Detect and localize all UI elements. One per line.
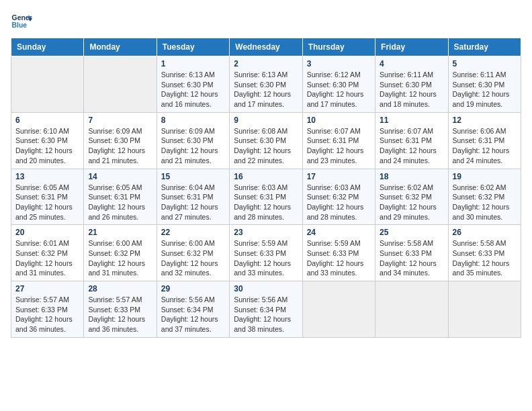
day-number: 10 [307, 116, 371, 125]
day-number: 29 [161, 284, 225, 293]
day-number: 5 [453, 59, 517, 68]
day-number: 9 [234, 116, 298, 125]
weekday-header: Sunday [11, 38, 84, 56]
day-number: 23 [234, 228, 298, 237]
calendar-cell: 10Sunrise: 6:07 AMSunset: 6:31 PMDayligh… [302, 112, 375, 169]
day-number: 14 [88, 172, 152, 181]
day-info: Sunrise: 6:02 AMSunset: 6:32 PMDaylight:… [380, 183, 443, 222]
calendar-cell: 5Sunrise: 6:11 AMSunset: 6:30 PMDaylight… [448, 56, 521, 113]
day-number: 3 [307, 59, 371, 68]
calendar-cell: 8Sunrise: 6:09 AMSunset: 6:30 PMDaylight… [157, 112, 229, 169]
page-header: General Blue [11, 11, 521, 32]
weekday-header: Monday [84, 38, 157, 56]
calendar-cell: 19Sunrise: 6:02 AMSunset: 6:32 PMDayligh… [448, 169, 521, 225]
day-info: Sunrise: 6:03 AMSunset: 6:32 PMDaylight:… [307, 183, 371, 222]
day-number: 2 [234, 59, 298, 68]
calendar-cell: 17Sunrise: 6:03 AMSunset: 6:32 PMDayligh… [302, 169, 375, 225]
day-info: Sunrise: 5:57 AMSunset: 6:33 PMDaylight:… [88, 295, 152, 334]
day-number: 12 [453, 116, 517, 125]
day-info: Sunrise: 6:05 AMSunset: 6:31 PMDaylight:… [15, 183, 79, 222]
calendar-cell [84, 56, 157, 113]
calendar-cell: 30Sunrise: 5:56 AMSunset: 6:34 PMDayligh… [230, 281, 302, 338]
day-number: 4 [380, 59, 443, 68]
calendar-cell: 25Sunrise: 5:58 AMSunset: 6:33 PMDayligh… [375, 225, 448, 281]
day-info: Sunrise: 6:01 AMSunset: 6:32 PMDaylight:… [15, 238, 79, 278]
calendar-week: 20Sunrise: 6:01 AMSunset: 6:32 PMDayligh… [11, 225, 521, 281]
day-info: Sunrise: 5:56 AMSunset: 6:34 PMDaylight:… [234, 295, 298, 334]
day-number: 8 [161, 116, 225, 125]
day-number: 28 [88, 284, 152, 293]
day-info: Sunrise: 6:05 AMSunset: 6:31 PMDaylight:… [88, 183, 152, 222]
weekday-header: Saturday [448, 38, 521, 56]
day-number: 21 [88, 228, 152, 237]
day-number: 1 [161, 59, 225, 68]
day-info: Sunrise: 6:07 AMSunset: 6:31 PMDaylight:… [380, 126, 443, 166]
calendar-cell: 28Sunrise: 5:57 AMSunset: 6:33 PMDayligh… [84, 281, 157, 338]
calendar-cell [448, 281, 521, 338]
day-info: Sunrise: 6:02 AMSunset: 6:32 PMDaylight:… [453, 183, 517, 222]
day-info: Sunrise: 5:59 AMSunset: 6:33 PMDaylight:… [307, 238, 371, 278]
calendar-cell: 2Sunrise: 6:13 AMSunset: 6:30 PMDaylight… [230, 56, 302, 113]
calendar-cell: 13Sunrise: 6:05 AMSunset: 6:31 PMDayligh… [11, 169, 84, 225]
day-number: 20 [15, 228, 79, 237]
day-info: Sunrise: 6:07 AMSunset: 6:31 PMDaylight:… [307, 126, 371, 166]
calendar-cell: 18Sunrise: 6:02 AMSunset: 6:32 PMDayligh… [375, 169, 448, 225]
calendar-cell: 9Sunrise: 6:08 AMSunset: 6:30 PMDaylight… [230, 112, 302, 169]
calendar-table: SundayMondayTuesdayWednesdayThursdayFrid… [11, 38, 521, 338]
calendar-cell: 26Sunrise: 5:58 AMSunset: 6:33 PMDayligh… [448, 225, 521, 281]
calendar-cell: 23Sunrise: 5:59 AMSunset: 6:33 PMDayligh… [230, 225, 302, 281]
day-number: 7 [88, 116, 152, 125]
day-number: 27 [15, 284, 79, 293]
calendar-cell: 16Sunrise: 6:03 AMSunset: 6:31 PMDayligh… [230, 169, 302, 225]
day-number: 24 [307, 228, 371, 237]
day-info: Sunrise: 6:09 AMSunset: 6:30 PMDaylight:… [88, 126, 152, 166]
calendar-cell [375, 281, 448, 338]
day-info: Sunrise: 6:11 AMSunset: 6:30 PMDaylight:… [380, 70, 443, 109]
day-number: 19 [453, 172, 517, 181]
day-info: Sunrise: 6:06 AMSunset: 6:31 PMDaylight:… [453, 126, 517, 166]
day-info: Sunrise: 5:59 AMSunset: 6:33 PMDaylight:… [234, 238, 298, 278]
day-info: Sunrise: 5:56 AMSunset: 6:34 PMDaylight:… [161, 295, 225, 334]
calendar-cell: 12Sunrise: 6:06 AMSunset: 6:31 PMDayligh… [448, 112, 521, 169]
calendar-cell: 20Sunrise: 6:01 AMSunset: 6:32 PMDayligh… [11, 225, 84, 281]
calendar-cell: 24Sunrise: 5:59 AMSunset: 6:33 PMDayligh… [302, 225, 375, 281]
day-info: Sunrise: 6:03 AMSunset: 6:31 PMDaylight:… [234, 183, 298, 222]
day-info: Sunrise: 6:12 AMSunset: 6:30 PMDaylight:… [307, 70, 371, 109]
day-info: Sunrise: 6:11 AMSunset: 6:30 PMDaylight:… [453, 70, 517, 109]
calendar-header: SundayMondayTuesdayWednesdayThursdayFrid… [11, 38, 521, 56]
weekday-header: Wednesday [230, 38, 302, 56]
logo: General Blue [11, 11, 32, 32]
svg-text:Blue: Blue [12, 21, 28, 29]
calendar-cell: 29Sunrise: 5:56 AMSunset: 6:34 PMDayligh… [157, 281, 229, 338]
day-number: 26 [453, 228, 517, 237]
day-number: 22 [161, 228, 225, 237]
day-info: Sunrise: 5:58 AMSunset: 6:33 PMDaylight:… [380, 238, 443, 278]
calendar-cell: 11Sunrise: 6:07 AMSunset: 6:31 PMDayligh… [375, 112, 448, 169]
calendar-cell: 6Sunrise: 6:10 AMSunset: 6:30 PMDaylight… [11, 112, 84, 169]
day-info: Sunrise: 6:13 AMSunset: 6:30 PMDaylight:… [161, 70, 225, 109]
day-number: 13 [15, 172, 79, 181]
day-number: 25 [380, 228, 443, 237]
calendar-cell: 7Sunrise: 6:09 AMSunset: 6:30 PMDaylight… [84, 112, 157, 169]
day-info: Sunrise: 6:00 AMSunset: 6:32 PMDaylight:… [161, 238, 225, 278]
day-number: 16 [234, 172, 298, 181]
calendar-week: 13Sunrise: 6:05 AMSunset: 6:31 PMDayligh… [11, 169, 521, 225]
calendar-cell [11, 56, 84, 113]
day-number: 17 [307, 172, 371, 181]
day-info: Sunrise: 6:08 AMSunset: 6:30 PMDaylight:… [234, 126, 298, 166]
day-number: 30 [234, 284, 298, 293]
weekday-header: Friday [375, 38, 448, 56]
calendar-cell: 14Sunrise: 6:05 AMSunset: 6:31 PMDayligh… [84, 169, 157, 225]
calendar-week: 6Sunrise: 6:10 AMSunset: 6:30 PMDaylight… [11, 112, 521, 169]
calendar-cell: 3Sunrise: 6:12 AMSunset: 6:30 PMDaylight… [302, 56, 375, 113]
day-info: Sunrise: 6:13 AMSunset: 6:30 PMDaylight:… [234, 70, 298, 109]
day-number: 15 [161, 172, 225, 181]
calendar-cell: 15Sunrise: 6:04 AMSunset: 6:31 PMDayligh… [157, 169, 229, 225]
day-info: Sunrise: 6:09 AMSunset: 6:30 PMDaylight:… [161, 126, 225, 166]
calendar-cell: 1Sunrise: 6:13 AMSunset: 6:30 PMDaylight… [157, 56, 229, 113]
calendar-week: 1Sunrise: 6:13 AMSunset: 6:30 PMDaylight… [11, 56, 521, 113]
calendar-cell: 22Sunrise: 6:00 AMSunset: 6:32 PMDayligh… [157, 225, 229, 281]
calendar-cell: 27Sunrise: 5:57 AMSunset: 6:33 PMDayligh… [11, 281, 84, 338]
day-number: 11 [380, 116, 443, 125]
weekday-header: Thursday [302, 38, 375, 56]
